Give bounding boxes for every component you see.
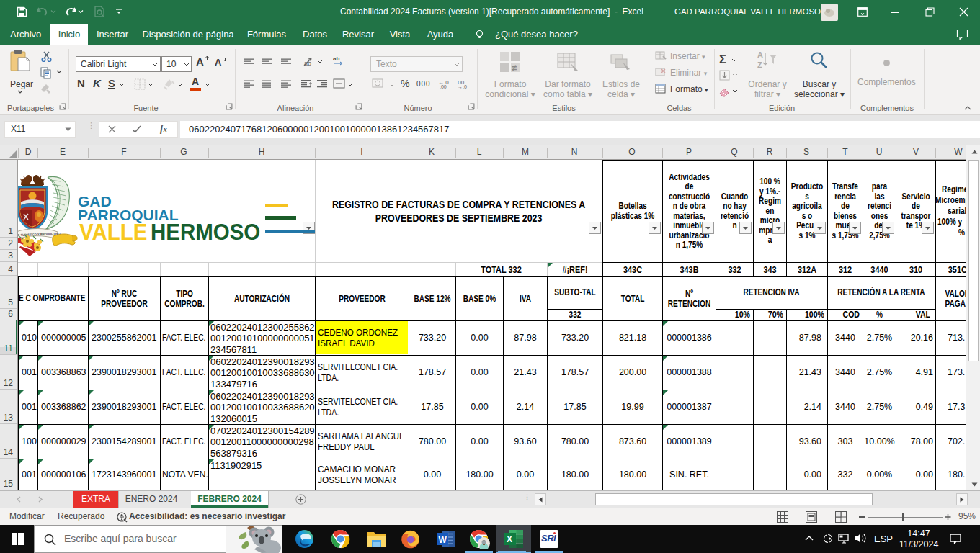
svg-text:ab: ab [333,55,339,62]
svg-text:A: A [757,50,763,59]
svg-text:ab: ab [304,60,311,67]
svg-text:→.0: →.0 [458,84,467,89]
svg-text:.00: .00 [440,84,447,89]
svg-text:Z: Z [757,60,762,69]
svg-text:W: W [439,535,447,545]
svg-text:X: X [507,534,512,544]
svg-text:≠: ≠ [512,63,517,73]
